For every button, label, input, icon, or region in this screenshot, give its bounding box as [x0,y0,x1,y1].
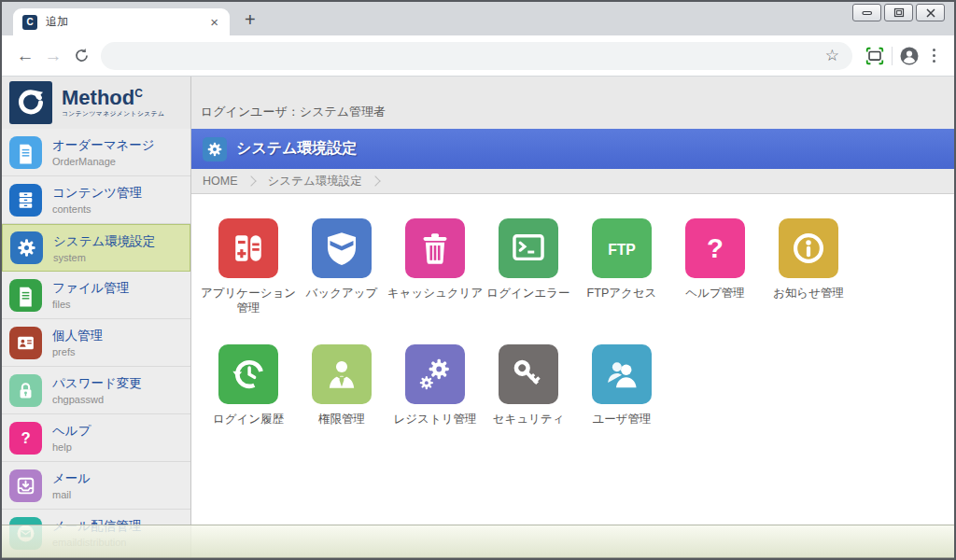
users-icon [592,344,652,404]
sidebar-item-sublabel: OrderManage [52,156,155,167]
tile-users[interactable]: ユーザ管理 [575,344,668,427]
sidebar-item-sublabel: contents [52,203,142,215]
logo-block: MethodC コンテンツマネジメントシステム [2,77,190,129]
tile-terminal[interactable]: ログインエラー [482,218,575,316]
sidebar-item-OrderManage[interactable]: オーダーマネージOrderManage [2,129,190,176]
circular-arrow-icon [15,87,47,119]
maximize-icon [893,7,905,18]
tab-close-icon[interactable]: × [208,15,220,29]
close-icon [925,8,936,18]
page-header: システム環境設定 [191,129,954,169]
drawers-icon [9,184,42,217]
tile-gears[interactable]: レジストリ管理 [388,344,482,427]
tile-trash[interactable]: キャッシュクリア [388,218,482,316]
tile-label: ヘルプ管理 [663,286,767,301]
browser-menu-button[interactable] [922,48,945,64]
sidebar-item-label: 個人管理 [52,328,103,344]
tile-label: ユーザ管理 [569,412,674,427]
tile-row: ログイン履歴権限管理レジストリ管理セキュリティユーザ管理 [202,344,954,427]
capture-extension-button[interactable] [862,46,888,66]
tile-key[interactable]: セキュリティ [482,344,575,427]
url-bar[interactable]: ☆ [101,42,852,70]
sidebar-item-label: ヘルプ [52,423,91,440]
tab-favicon-icon: C [22,15,37,30]
sidebar-item-mail[interactable]: メールmail [2,462,190,510]
sidebar-item-prefs[interactable]: 個人管理prefs [2,319,190,367]
minimize-button[interactable] [852,4,881,21]
bookmark-star-icon[interactable]: ☆ [825,46,839,65]
reload-button[interactable] [67,47,95,64]
browser-toolbar: ← → ☆ [2,35,954,77]
browser-window: C 追加 × + ← → ☆ [0,0,956,560]
sidebar-item-chgpasswd[interactable]: パスワード変更chgpasswd [2,367,190,414]
forward-button[interactable]: → [39,46,67,66]
tile-row: アプリケーション管理バックアップキャッシュクリアログインエラーFTPFTPアクセ… [202,218,954,316]
breadcrumb-item[interactable]: システム環境設定 [268,174,362,189]
tile-label: セキュリティ [476,412,581,427]
tile-history[interactable]: ログイン履歴 [202,344,295,427]
tile-label: FTPアクセス [569,286,674,301]
capture-icon [865,46,885,66]
ftp-icon: FTP [592,218,652,278]
sidebar-item-label: パスワード変更 [52,375,142,392]
tile-label: お知らせ管理 [756,286,861,301]
info-icon [779,218,838,278]
svg-text:?: ? [707,232,724,263]
sidebar-item-label: ファイル管理 [52,280,129,297]
tile-label: キャッシュクリア [383,286,487,301]
close-button[interactable] [916,4,945,21]
avatar-icon [898,45,921,67]
back-arrow-icon: ← [17,46,35,65]
tile-label: レジストリ管理 [383,412,487,427]
sidebar-item-help[interactable]: ?ヘルプhelp [2,414,190,462]
history-icon [218,344,278,404]
sidebar-item-sublabel: prefs [52,346,103,357]
gear-icon [10,231,43,264]
horizontal-scrollbar[interactable] [2,525,954,558]
tile-ftp[interactable]: FTPFTPアクセス [575,218,668,316]
titlebar: C 追加 × + [2,2,954,35]
file-icon [9,279,42,312]
maximize-button[interactable] [884,4,913,21]
sidebar-item-system[interactable]: システム環境設定system [2,224,190,272]
sidebar-item-files[interactable]: ファイル管理files [2,272,190,319]
tile-calculator[interactable]: アプリケーション管理 [202,218,295,316]
tile-label: ログインエラー [476,286,581,301]
userbar: ログインユーザ：システム管理者 [191,77,954,129]
tab-title: 追加 [46,14,208,30]
breadcrumb-item[interactable]: HOME [203,175,238,188]
chevron-right-icon [246,175,256,186]
question-icon: ? [685,218,745,278]
new-tab-button[interactable]: + [245,9,256,31]
gear-icon [203,137,227,161]
idcard-icon [9,327,42,359]
main: ログインユーザ：システム管理者 システム環境設定 HOMEシステム環境設定 アプ… [191,77,954,558]
sidebar-item-sublabel: system [53,252,155,263]
calculator-icon [218,218,278,278]
shield-icon [312,218,372,278]
tile-label: ログイン履歴 [196,412,301,427]
sidebar-item-sublabel: chgpasswd [52,394,142,405]
toolbar-divider [892,47,893,65]
sidebar: MethodC コンテンツマネジメントシステム オーダーマネージOrderMan… [2,77,191,558]
minimize-icon [862,8,873,18]
content: アプリケーション管理バックアップキャッシュクリアログインエラーFTPFTPアクセ… [191,194,954,558]
lock-icon [9,374,42,407]
tile-person[interactable]: 権限管理 [295,344,388,427]
chevron-right-icon [370,175,380,186]
tile-shield[interactable]: バックアップ [295,218,388,316]
browser-tab[interactable]: C 追加 × [13,8,230,35]
back-button[interactable]: ← [11,46,39,66]
svg-text:?: ? [21,429,30,447]
tile-info[interactable]: お知らせ管理 [762,218,855,316]
svg-text:FTP: FTP [608,242,636,258]
tile-question[interactable]: ?ヘルプ管理 [668,218,762,316]
key-icon [499,344,558,404]
profile-button[interactable] [896,45,922,67]
sidebar-item-contents[interactable]: コンテンツ管理contents [2,176,190,224]
tile-label: バックアップ [289,286,394,301]
sidebar-item-label: システム環境設定 [53,233,155,250]
gears-icon [405,344,465,404]
sidebar-item-label: メール [52,470,91,487]
question-icon: ? [9,422,42,455]
